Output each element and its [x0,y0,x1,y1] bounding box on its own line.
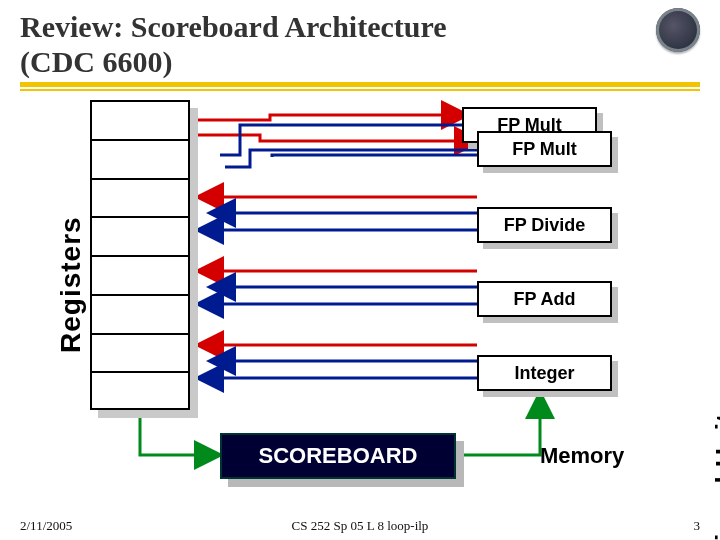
diagram-stage: Registers FP Mult FP Mult FP Divide FP A… [0,95,720,505]
reg-row [92,141,188,180]
fu-box-fpmult2: FP Mult [477,131,612,167]
fu-box-fpdivide: FP Divide [477,207,612,243]
fu-box-fpadd: FP Add [477,281,612,317]
registers-label: Registers [55,216,87,353]
footer: 2/11/2005 CS 252 Sp 05 L 8 loop-ilp 3 [20,518,700,534]
footer-center: CS 252 Sp 05 L 8 loop-ilp [292,518,429,534]
reg-row [92,102,188,141]
registers-block [90,100,190,410]
reg-row [92,296,188,335]
fu-box-integer: Integer [477,355,612,391]
scoreboard-box: SCOREBOARD [220,433,456,479]
title-line-1: Review: Scoreboard Architecture [20,10,447,43]
reg-row [92,335,188,374]
footer-page: 3 [694,518,701,534]
memory-label: Memory [540,443,624,469]
divider [20,82,700,91]
reg-row [92,180,188,219]
footer-date: 2/11/2005 [20,518,72,534]
title-line-2: (CDC 6600) [20,45,172,78]
page-title: Review: Scoreboard Architecture (CDC 660… [20,10,700,79]
reg-row [92,373,188,412]
reg-row [92,257,188,296]
functional-units-label: Functional Units [710,397,720,540]
reg-row [92,218,188,257]
org-logo-icon [656,8,700,52]
